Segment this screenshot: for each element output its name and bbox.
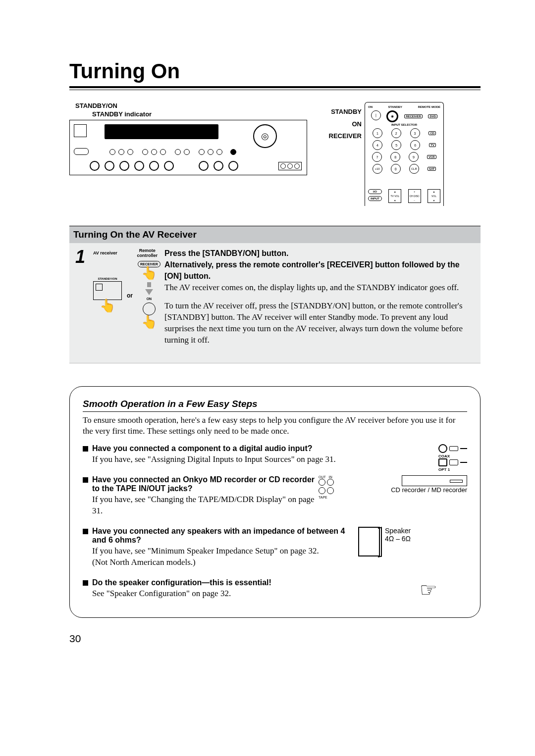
page-number: 30: [69, 633, 481, 645]
standby-on-label: STANDBY/ON: [75, 102, 152, 109]
remote-btn-3: 3: [410, 128, 420, 138]
tips-q-0: Have you connected a component to a digi…: [92, 444, 467, 453]
front-jacks-icon: [278, 162, 302, 170]
bullet-icon: [83, 446, 88, 452]
page-title: Turning On: [69, 59, 481, 83]
oval-button-icon: [74, 148, 89, 155]
tips-item: COAX OPT 1 Have you connected a componen…: [83, 444, 467, 473]
title-rule: [69, 86, 481, 90]
remote-mode-text: REMOTE MODE: [418, 105, 440, 108]
standby-indicator-label: STANDBY indicator: [92, 110, 152, 118]
remote-receiver-btn: RECEIVER: [404, 114, 423, 118]
mini-on-label: ON: [147, 297, 152, 301]
tips-body-0: If you have, see "Assigning Digital Inpu…: [92, 454, 467, 465]
ohms-label: 4Ω – 6Ω: [385, 535, 411, 543]
step-bold-b: Alternatively, press the remote controll…: [164, 260, 460, 280]
tips-item: ☞ Do the speaker configuration—this is e…: [83, 578, 467, 607]
standby-on-button-icon: [74, 124, 87, 137]
remote-body: ON STANDBY REMOTE MODE ❘ ◉ RECEIVER DVD …: [365, 102, 444, 206]
remote-tv-vol-rocker: ▲ TV VOL ▼: [388, 189, 401, 203]
remote-on-text: ON: [368, 105, 373, 108]
recorder-label: CD recorder / MD recorder: [391, 486, 467, 494]
remote-receiver-label: RECEIVER: [317, 130, 362, 143]
lcd-display-icon: [105, 124, 218, 139]
step-text: Press the [STANDBY/ON] button. Alternati…: [164, 248, 475, 353]
step-number: 1: [75, 248, 86, 353]
remote-standby-label: STANDBY: [317, 106, 362, 118]
coax-label: COAX: [438, 454, 467, 458]
remote-on-btn-icon: ❘: [371, 110, 381, 120]
tips-item: OUTIN TAPE CD recorder / MD recorder Hav…: [83, 475, 467, 525]
mini-or-text: or: [127, 292, 133, 299]
remote-dvd-btn: DVD: [428, 114, 437, 118]
mini-standby-label: STANDBY/ON: [98, 277, 117, 280]
remote-vcr-btn: VCR: [427, 155, 436, 159]
bullet-icon: [83, 529, 88, 534]
hand-press-icon-3: 👆: [141, 315, 157, 328]
remote-callouts: STANDBY ON RECEIVER: [317, 102, 362, 206]
small-button-row: [109, 149, 236, 155]
mini-diagrams: AV receiver Remote controller STANDBY/ON…: [93, 248, 158, 353]
tips-box: Smooth Operation in a Few Easy Steps To …: [69, 386, 481, 618]
remote-btn-1: 1: [373, 128, 382, 138]
section-body: 1 AV receiver Remote controller STANDBY/…: [69, 243, 481, 363]
remote-btn-5: 5: [391, 140, 401, 150]
coax-opt-diagram: COAX OPT 1: [438, 444, 467, 472]
manual-page: Turning On STANDBY/ON STANDBY indicator …: [0, 0, 535, 674]
tape-label: TAPE: [319, 496, 334, 499]
remote-standby-btn-icon: ◉: [386, 110, 398, 122]
in-label: IN: [329, 475, 332, 479]
remote-btn-7: 7: [372, 152, 382, 162]
mini-av-receiver-label: AV receiver: [93, 251, 117, 255]
remote-btn-8: 8: [390, 152, 400, 162]
tips-body-3: See "Speaker Configuration" on page 32.: [92, 588, 467, 600]
remote-sat-btn: SAT: [428, 167, 436, 171]
remote-ch-rocker: + CH DISC −: [408, 189, 421, 203]
remote-btn-9: 9: [409, 152, 419, 162]
remote-io-btn: I/O: [368, 189, 382, 194]
remote-btn-2: 2: [391, 128, 401, 138]
hand-point-icon: ☞: [420, 578, 437, 602]
remote-btn-plus10: +10: [373, 164, 382, 174]
tips-q-3: Do the speaker configuration—this is ess…: [92, 578, 467, 587]
mini-on-btn-icon: [143, 302, 156, 315]
remote-diagram: STANDBY ON RECEIVER ON STANDBY REMOTE MO…: [317, 102, 481, 206]
mini-receiver-icon: [93, 281, 122, 300]
hand-press-icon: 👆: [100, 299, 115, 312]
remote-input-sel-label: INPUT SELECTOR: [368, 123, 440, 126]
step-body-1: The AV receiver comes on, the display li…: [164, 283, 459, 292]
tips-title: Smooth Operation in a Few Easy Steps: [83, 399, 467, 412]
remote-cd-btn: CD: [428, 131, 436, 135]
receiver-body: ◎: [69, 120, 307, 175]
receiver-diagram: STANDBY/ON STANDBY indicator ◎: [69, 102, 307, 206]
remote-btn-0: 0: [391, 164, 401, 174]
bullet-icon: [83, 580, 88, 586]
step-body-2: To turn the AV receiver off, press the […: [164, 301, 475, 346]
out-label: OUT: [319, 475, 326, 479]
section-heading: Turning On the AV Receiver: [69, 226, 481, 243]
remote-vol-rocker: ▲ VOL ▼: [428, 189, 440, 203]
knob-row: [90, 161, 238, 171]
remote-btn-6: 6: [410, 140, 420, 150]
tips-intro: To ensure smooth operation, here's a few…: [83, 415, 467, 438]
remote-tv-btn: TV: [429, 143, 436, 147]
arrow-down-icon: [145, 289, 153, 295]
recorder-diagram: OUTIN TAPE CD recorder / MD recorder: [319, 475, 467, 499]
remote-on-label: ON: [317, 118, 362, 131]
speaker-label: Speaker: [385, 527, 411, 535]
step-bold-a: Press the [STANDBY/ON] button.: [164, 249, 288, 257]
tips-item: Speaker 4Ω – 6Ω Have you connected any s…: [83, 527, 467, 576]
diagram-area: STANDBY/ON STANDBY indicator ◎: [69, 102, 481, 206]
hand-press-icon-2: 👆: [141, 266, 157, 279]
remote-input-btn: INPUT: [368, 196, 382, 201]
speaker-diagram: Speaker 4Ω – 6Ω: [358, 527, 467, 556]
bullet-icon: [83, 477, 88, 483]
volume-dial-icon: ◎: [253, 124, 277, 148]
remote-btn-clr: CLR: [409, 164, 419, 174]
remote-btn-4: 4: [373, 140, 382, 150]
remote-standby-text: STANDBY: [388, 105, 403, 108]
mini-remote-label: Remote controller: [137, 248, 158, 258]
opt-label: OPT 1: [438, 467, 467, 472]
